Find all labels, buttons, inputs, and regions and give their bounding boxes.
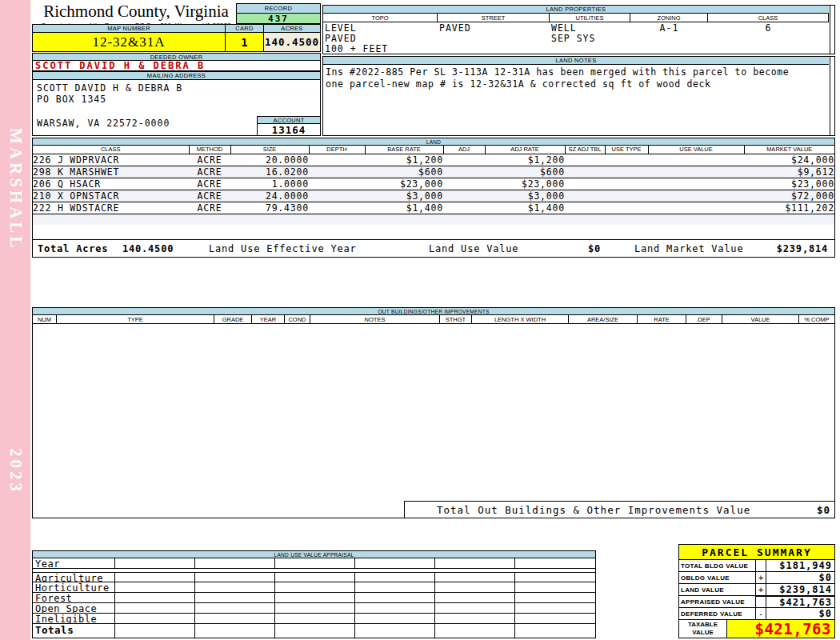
- cell: $24,000: [744, 154, 834, 166]
- grid-cell: [435, 593, 515, 602]
- grid-cell: [275, 603, 355, 613]
- land-row: 226 J WDPRVACR ACRE 20.0000 $1,200 $1,20…: [33, 154, 834, 166]
- cell: 6: [708, 22, 829, 33]
- cell: [309, 154, 365, 166]
- column-header: BASE RATE: [365, 146, 443, 154]
- row-label: APPRAISED VALUE: [679, 596, 756, 607]
- summary-row: DEFERRED VALUE - $0: [679, 608, 834, 620]
- cell: [309, 190, 365, 202]
- row-value: $0: [766, 572, 834, 583]
- operator: -: [756, 608, 766, 619]
- out-buildings-total-label: Total Out Buildings & Other Improvements…: [437, 504, 750, 516]
- acres-label: ACRES: [263, 24, 321, 33]
- grid-cell: [195, 603, 275, 613]
- cell: 222 H WDSTACRE: [33, 202, 189, 214]
- cell: 226 J WDPRVACR: [33, 154, 189, 166]
- grid-cell: [275, 558, 355, 568]
- total-acres-label: Total Acres: [38, 243, 108, 254]
- land-use-appraisal-box: LAND USE VALUE APPRAISAL Year Agricultur…: [32, 550, 596, 638]
- cell: [565, 190, 605, 202]
- column-header: STREET: [438, 14, 550, 22]
- cell: 206 Q HSACR: [33, 178, 189, 190]
- cell: PAVED: [323, 33, 438, 43]
- tax-year-vertical-label: 2023: [6, 448, 26, 494]
- grid-cell: [115, 603, 195, 613]
- land-notes-title: LAND NOTES: [323, 57, 829, 65]
- row-label: Forest: [33, 593, 115, 602]
- cell: [443, 154, 485, 166]
- column-header: CLASS: [33, 146, 189, 154]
- cell: 1.0000: [230, 178, 309, 190]
- map-number-box: MAP NUMBER 12-32&31A: [32, 24, 226, 52]
- cell: [438, 43, 550, 54]
- column-header: COND: [285, 315, 310, 323]
- cell: [630, 33, 708, 43]
- margin-strip: [830, 6, 834, 54]
- column-header: ADJ: [443, 146, 485, 154]
- grid-cell: [435, 603, 515, 613]
- summary-row: LAND VALUE + $239,814: [679, 584, 834, 596]
- land-properties-row: 100 + FEET: [323, 43, 829, 54]
- grid-cell: [515, 582, 595, 592]
- cell: $23,000: [485, 178, 565, 190]
- cell: [648, 166, 744, 178]
- cell: $1,200: [365, 154, 443, 166]
- row-value: $181,949: [766, 560, 834, 571]
- record-value: 437: [236, 14, 321, 24]
- summary-row: OBLDG VALUE + $0: [679, 572, 834, 584]
- row-label: Horticulture: [33, 582, 115, 592]
- grid-cell: [355, 614, 435, 623]
- cell: [648, 202, 744, 214]
- land-table-box: LAND CLASS METHOD SIZE DEPTH BASE RATE A…: [32, 138, 835, 258]
- column-header: RATE: [638, 315, 686, 323]
- appraisal-row-ineligible: Ineligible: [33, 614, 595, 624]
- operator: [756, 560, 766, 571]
- row-label: Agriculture: [33, 573, 115, 582]
- map-number-value: 12-32&31A: [32, 33, 226, 52]
- card-box: CARD 1: [225, 24, 264, 52]
- cell: WELL: [550, 22, 630, 33]
- grid-cell: [195, 573, 275, 582]
- deeded-owner-value: SCOTT DAVID H & DEBRA B: [32, 61, 321, 71]
- out-buildings-total-row: Total Out Buildings & Other Improvements…: [404, 501, 834, 518]
- land-use-value-label: Land Use Value: [429, 243, 518, 254]
- cell: $1,400: [365, 202, 443, 214]
- land-empty-row: [33, 214, 834, 225]
- card-edge-sidebar: MARSHALL 2023: [0, 0, 30, 640]
- appraisal-row-horticulture: Horticulture: [33, 582, 595, 593]
- land-row: 222 H WDSTACRE ACRE 79.4300 $1,400 $1,40…: [33, 202, 834, 214]
- out-buildings-title: OUT BUILDINGS/OTHER IMPROVEMENTS: [33, 308, 834, 315]
- vendor-name-vertical-label: MARSHALL: [6, 128, 26, 250]
- row-value: $421,763: [766, 596, 834, 607]
- deeded-owner-box: DEEDED OWNER SCOTT DAVID H & DEBRA B: [32, 53, 321, 71]
- taxable-value-label: TAXABLE VALUE: [679, 620, 727, 638]
- land-notes-box: LAND NOTES Ins #2022-885 Per SL 3-113A 1…: [322, 56, 835, 136]
- grid-cell: [355, 573, 435, 582]
- grid-cell: [275, 573, 355, 582]
- grid-cell: [355, 603, 435, 613]
- appraisal-row-agriculture: Agriculture: [33, 572, 595, 582]
- mailing-address-line: SCOTT DAVID H & DEBRA B: [37, 82, 182, 94]
- margin-strip: [830, 57, 834, 135]
- cell: $600: [485, 166, 565, 178]
- cell: [550, 43, 630, 54]
- grid-cell: [115, 614, 195, 623]
- parcel-summary-title: PARCEL SUMMARY: [679, 545, 834, 560]
- land-properties-title: LAND PROPERTIES: [323, 6, 829, 14]
- grid-cell: [115, 573, 195, 582]
- column-header: VALUE: [722, 315, 799, 323]
- grid-cell: [435, 573, 515, 582]
- cell: 210 X OPNSTACR: [33, 190, 189, 202]
- mailing-address-box: MAILING ADDRESS SCOTT DAVID H & DEBRA B …: [32, 71, 321, 136]
- column-header: ADJ RATE: [485, 146, 565, 154]
- cell: [605, 202, 648, 214]
- cell: [648, 178, 744, 190]
- land-table: CLASS METHOD SIZE DEPTH BASE RATE ADJ AD…: [33, 146, 834, 225]
- column-header: STHGT: [440, 315, 472, 323]
- land-use-effective-year-label: Land Use Effective Year: [209, 243, 357, 254]
- land-market-value: $239,814: [777, 243, 828, 254]
- grid-cell: [515, 558, 595, 568]
- grid-cell: [435, 614, 515, 623]
- grid-cell: [355, 593, 435, 602]
- operator: +: [756, 572, 766, 583]
